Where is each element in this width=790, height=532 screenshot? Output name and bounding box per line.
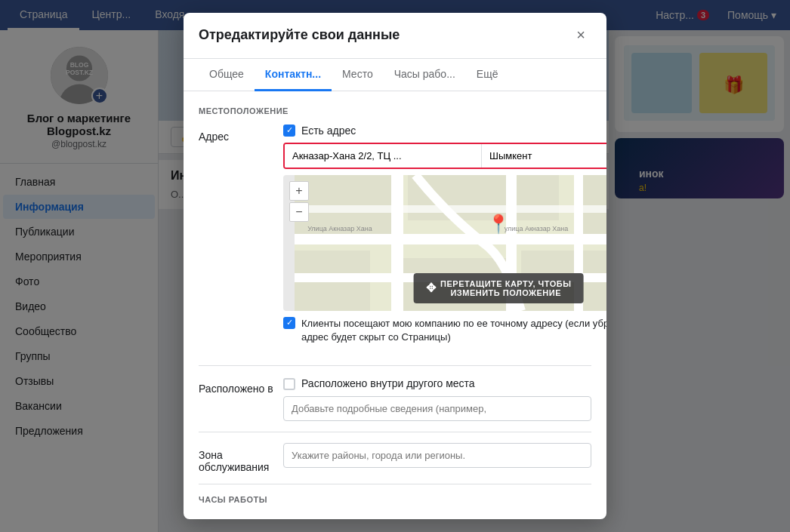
address-field-content: Есть адрес [283, 125, 606, 355]
map-drag-text: ПЕРЕТАЩИТЕ КАРТУ, ЧТОБЫИЗМЕНИТЬ ПОЛОЖЕНИ… [440, 279, 571, 297]
visit-checkbox-row: Клиенты посещают мою компанию по ее точн… [283, 317, 606, 344]
located-in-label: Расположено в [199, 377, 274, 395]
edit-modal: Отредактируйте свои данные × Общее Конта… [184, 13, 606, 519]
address-field-row: Адрес Есть адрес [199, 125, 591, 355]
tab-place[interactable]: Место [332, 59, 384, 91]
svg-rect-23 [295, 234, 606, 244]
located-in-checkbox-row: Расположено внутри другого места [283, 377, 591, 390]
tab-contact[interactable]: Контактн... [255, 59, 332, 91]
located-in-checkbox[interactable] [283, 378, 295, 390]
svg-text:Улица Акназар Хана: Улица Акназар Хана [307, 225, 372, 232]
modal-title: Отредактируйте свои данные [199, 27, 400, 43]
map-zoom-out-button[interactable]: − [289, 202, 309, 222]
address-label: Адрес [199, 125, 274, 143]
map-drag-overlay: ✥ ПЕРЕТАЩИТЕ КАРТУ, ЧТОБЫИЗМЕНИТЬ ПОЛОЖЕ… [414, 273, 584, 303]
service-area-label: Зона обслуживания [199, 443, 274, 473]
map-controls: + − [289, 181, 309, 222]
field-divider-3 [199, 484, 591, 484]
street-input[interactable] [285, 144, 482, 168]
city-input[interactable] [482, 144, 606, 168]
field-divider-2 [199, 432, 591, 432]
located-in-checkbox-label: Расположено внутри другого места [301, 377, 475, 389]
modal-body: МЕСТОПОЛОЖЕНИЕ Адрес Есть адрес [184, 91, 606, 519]
tab-more[interactable]: Ещё [466, 59, 509, 91]
has-address-label: Есть адрес [301, 125, 356, 137]
modal-overlay: Отредактируйте свои данные × Общее Конта… [0, 0, 790, 532]
field-divider-1 [199, 365, 591, 366]
modal-close-button[interactable]: × [570, 25, 591, 46]
map-zoom-in-button[interactable]: + [289, 181, 309, 201]
tab-hours[interactable]: Часы рабо... [384, 59, 466, 91]
service-area-field-row: Зона обслуживания [199, 443, 591, 473]
map-container: Улица Акназар Хана улица Акназар Хана 📍 … [283, 175, 606, 311]
service-area-content [283, 443, 591, 468]
located-in-content: Расположено внутри другого места [283, 377, 591, 421]
service-area-input[interactable] [283, 443, 591, 468]
has-address-row: Есть адрес [283, 125, 606, 137]
svg-rect-26 [391, 175, 403, 311]
modal-header: Отредактируйте свои данные × [184, 13, 606, 59]
map-pin: 📍 [487, 214, 510, 235]
located-in-field-row: Расположено в Расположено внутри другого… [199, 377, 591, 421]
working-hours-heading: ЧАСЫ РАБОТЫ [199, 495, 591, 504]
tab-general[interactable]: Общее [199, 59, 255, 91]
modal-tabs: Общее Контактн... Место Часы рабо... Ещё [184, 59, 606, 91]
visit-checkbox[interactable] [283, 317, 295, 329]
address-fields-wrapper [283, 143, 606, 169]
visit-label: Клиенты посещают мою компанию по ее точн… [301, 317, 606, 344]
location-heading: МЕСТОПОЛОЖЕНИЕ [199, 106, 591, 115]
svg-text:улица Акназар Хана: улица Акназар Хана [505, 225, 569, 232]
has-address-checkbox[interactable] [283, 125, 295, 137]
located-in-input[interactable] [283, 396, 591, 421]
